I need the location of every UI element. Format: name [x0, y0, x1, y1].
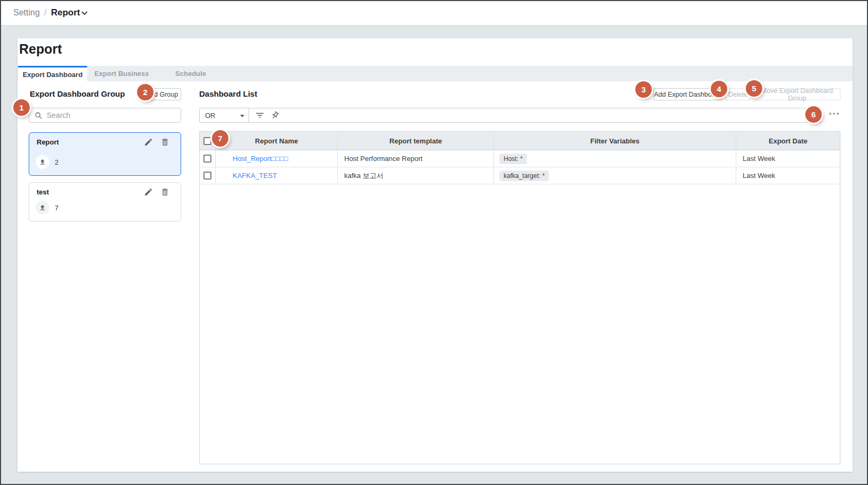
move-export-dashboard-group-button[interactable]: Move Export Dashboard Group: [754, 88, 840, 100]
callout-badge-2: 2: [137, 84, 154, 100]
filter-variable-chip: kafka_target: *: [499, 171, 549, 181]
search-icon: [35, 112, 42, 120]
dashboard-table: Report Name Report template Filter Varia…: [199, 131, 840, 464]
callout-badge-5: 5: [746, 80, 762, 97]
breadcrumb-setting[interactable]: Setting: [13, 8, 40, 18]
tab-bar: Export Dashboard Export Business Schedul…: [18, 66, 853, 81]
push-pin-icon[interactable]: [270, 111, 279, 120]
tab-export-dashboard[interactable]: Export Dashboard: [18, 66, 87, 81]
breadcrumb-bar: Setting / Report: [1, 1, 867, 25]
group-search-box: [29, 108, 181, 123]
table-row: KAFKA_TEST kafka 보고서 kafka_target: * Las…: [200, 167, 840, 184]
app-window: Setting / Report Report Export Dashboard…: [0, 0, 868, 485]
tab-schedule[interactable]: Schedule: [156, 66, 225, 81]
table-header-row: Report Name Report template Filter Varia…: [200, 132, 840, 150]
page-title: Report: [19, 41, 62, 57]
main-card: Report Export Dashboard Export Business …: [18, 38, 853, 472]
callout-badge-6: 6: [805, 106, 822, 123]
column-header-report-name: Report Name: [216, 132, 338, 150]
report-name-link[interactable]: KAFKA_TEST: [233, 172, 277, 180]
breadcrumb-report[interactable]: Report: [51, 7, 80, 18]
tab-export-business[interactable]: Export Business: [87, 66, 156, 81]
breadcrumb-separator: /: [44, 8, 46, 18]
chevron-down-icon: [240, 115, 244, 117]
callout-badge-3: 3: [635, 81, 652, 98]
divider: [249, 108, 249, 122]
column-header-filter-variables: Filter Variables: [494, 132, 736, 150]
filter-operator-select[interactable]: OR: [200, 108, 249, 122]
group-dashboard-count: 2: [55, 158, 58, 166]
column-header-export-date: Export Date: [736, 132, 840, 150]
more-horizontal-icon[interactable]: [829, 113, 839, 115]
trash-icon[interactable]: [160, 138, 169, 147]
row-checkbox[interactable]: [203, 155, 211, 163]
group-card-report[interactable]: Report 2: [29, 132, 181, 176]
filter-variable-chip: Host: *: [499, 154, 527, 164]
report-name-link[interactable]: Host_Report□□□□: [233, 155, 288, 163]
export-date-cell: Last Week: [736, 150, 840, 167]
row-checkbox[interactable]: [203, 172, 211, 180]
group-name: Report: [37, 138, 59, 146]
select-all-checkbox[interactable]: [203, 137, 211, 145]
trash-icon[interactable]: [160, 188, 169, 197]
dashboard-list-title: Dashboard List: [199, 89, 257, 98]
report-template-cell: Host Performance Report: [338, 150, 494, 167]
filter-list-icon[interactable]: [256, 112, 264, 119]
edit-pencil-icon[interactable]: [144, 188, 153, 197]
column-header-report-template: Report template: [338, 132, 494, 150]
upload-icon: [36, 155, 49, 169]
table-row: Host_Report□□□□ Host Performance Report …: [200, 150, 840, 167]
group-search-input[interactable]: [47, 111, 181, 120]
group-name: test: [37, 188, 49, 196]
export-dashboard-group-title: Export Dashboard Group: [30, 89, 125, 98]
group-dashboard-count: 7: [55, 204, 58, 212]
callout-badge-1: 1: [13, 99, 30, 116]
report-template-cell: kafka 보고서: [338, 167, 494, 184]
group-card-test[interactable]: test 7: [29, 182, 181, 222]
edit-pencil-icon[interactable]: [144, 138, 153, 147]
callout-badge-4: 4: [711, 81, 727, 97]
chevron-down-icon[interactable]: [81, 11, 88, 16]
callout-badge-7: 7: [212, 130, 228, 147]
export-date-cell: Last Week: [736, 167, 840, 184]
upload-icon: [36, 201, 49, 215]
table-filter-bar: OR: [199, 108, 821, 123]
